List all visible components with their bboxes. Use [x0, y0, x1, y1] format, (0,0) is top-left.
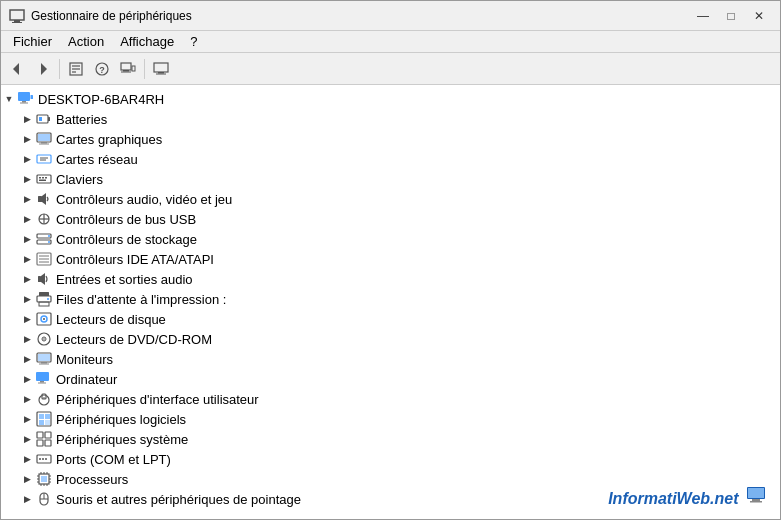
list-item[interactable]: ▶ Contrôleurs IDE ATA/ATAPI	[1, 249, 780, 269]
tree-root-item[interactable]: ▼ DESKTOP-6BAR4RH	[1, 89, 780, 109]
item-label: Cartes graphiques	[56, 132, 162, 147]
svg-rect-28	[39, 144, 49, 145]
list-item[interactable]: ▶ Proces	[1, 469, 780, 489]
help-button[interactable]: ?	[90, 57, 114, 81]
svg-rect-71	[39, 414, 44, 419]
device-tree: ▼ DESKTOP-6BAR4RH ▶	[1, 89, 780, 509]
menu-action[interactable]: Action	[60, 32, 112, 51]
svg-rect-2	[12, 22, 22, 23]
svg-rect-65	[40, 381, 44, 383]
svg-rect-49	[38, 276, 41, 282]
list-item[interactable]: ▶ Lecteurs de DVD/CD-ROM	[1, 329, 780, 349]
svg-rect-74	[45, 420, 50, 425]
expand-arrow: ▶	[19, 451, 35, 467]
item-label: Périphériques système	[56, 432, 188, 447]
properties-button[interactable]	[64, 57, 88, 81]
list-item[interactable]: ▶ Moniteurs	[1, 349, 780, 369]
list-item[interactable]: ▶ Cartes réseau	[1, 149, 780, 169]
svg-point-53	[47, 298, 49, 300]
computer-icon2	[35, 370, 53, 388]
menu-help[interactable]: ?	[182, 32, 205, 51]
svg-rect-37	[38, 196, 42, 202]
disk-icon	[35, 310, 53, 328]
expand-arrow: ▶	[19, 131, 35, 147]
list-item[interactable]: ▶ Périphériques système	[1, 429, 780, 449]
ide-icon	[35, 250, 53, 268]
svg-rect-52	[39, 302, 49, 306]
item-label: Ports (COM et LPT)	[56, 452, 171, 467]
close-button[interactable]: ✕	[746, 6, 772, 26]
usb-icon	[35, 210, 53, 228]
expand-arrow: ▶	[19, 111, 35, 127]
toolbar: ?	[1, 53, 780, 85]
network-icon	[35, 150, 53, 168]
svg-rect-64	[36, 372, 49, 381]
list-item[interactable]: ▶ Entrées et sorties audio	[1, 269, 780, 289]
list-item[interactable]: ▶ Ports (COM et LPT)	[1, 449, 780, 469]
expand-arrow-root: ▼	[1, 91, 17, 107]
list-item[interactable]: ▶ Périphériques logiciels	[1, 409, 780, 429]
svg-rect-19	[22, 101, 26, 103]
list-item[interactable]: ▶ Ordinateur	[1, 369, 780, 389]
svg-rect-32	[37, 175, 51, 183]
menu-affichage[interactable]: Affichage	[112, 32, 182, 51]
maximize-button[interactable]: □	[718, 6, 744, 26]
svg-rect-50	[39, 292, 49, 296]
list-item[interactable]: ▶ Cartes graphiques	[1, 129, 780, 149]
svg-text:?: ?	[99, 65, 105, 75]
item-label: Processeurs	[56, 472, 128, 487]
item-label: Batteries	[56, 112, 107, 127]
item-label: Contrôleurs IDE ATA/ATAPI	[56, 252, 214, 267]
svg-rect-62	[41, 362, 47, 364]
svg-rect-77	[37, 440, 43, 446]
app-icon	[9, 8, 25, 24]
svg-rect-76	[45, 432, 51, 438]
expand-arrow: ▶	[19, 171, 35, 187]
list-item[interactable]: ▶ Contrôleurs audio, vidéo et jeu	[1, 189, 780, 209]
expand-arrow: ▶	[19, 471, 35, 487]
list-item[interactable]: ▶ Lecteurs de disque	[1, 309, 780, 329]
list-item[interactable]: ▶ Claviers	[1, 169, 780, 189]
software-dev-icon	[35, 410, 53, 428]
list-item[interactable]: ▶ Contrôleurs de stockage	[1, 229, 780, 249]
svg-rect-21	[31, 95, 34, 99]
item-label: Contrôleurs de stockage	[56, 232, 197, 247]
item-label: Claviers	[56, 172, 103, 187]
expand-arrow: ▶	[19, 371, 35, 387]
back-button[interactable]	[5, 57, 29, 81]
list-item[interactable]: ▶ Contrôleurs de bus USB	[1, 209, 780, 229]
svg-point-44	[48, 241, 50, 243]
menu-fichier[interactable]: Fichier	[5, 32, 60, 51]
svg-rect-1	[14, 20, 20, 22]
monitor-button[interactable]	[149, 57, 173, 81]
list-item[interactable]: ▶ Périphériques d'interface utilisateur	[1, 389, 780, 409]
device-tree-panel: ▼ DESKTOP-6BAR4RH ▶	[1, 85, 780, 519]
toolbar-separator-2	[144, 59, 145, 79]
svg-marker-3	[13, 63, 19, 75]
minimize-button[interactable]: —	[690, 6, 716, 26]
expand-arrow: ▶	[19, 291, 35, 307]
port-icon	[35, 450, 53, 468]
svg-rect-13	[121, 71, 131, 72]
svg-point-59	[43, 338, 45, 340]
svg-rect-11	[121, 63, 131, 70]
expand-arrow: ▶	[19, 251, 35, 267]
expand-arrow: ▶	[19, 231, 35, 247]
forward-button[interactable]	[31, 57, 55, 81]
svg-rect-66	[38, 383, 46, 384]
show-devices-button[interactable]	[116, 57, 140, 81]
item-label: Périphériques logiciels	[56, 412, 186, 427]
window-controls: — □ ✕	[690, 6, 772, 26]
svg-rect-23	[48, 117, 50, 121]
svg-rect-73	[45, 414, 50, 419]
mouse-icon	[35, 490, 53, 508]
list-item[interactable]: ▶ Souris et autres périphériques de poin…	[1, 489, 780, 509]
list-item[interactable]: ▶ Files d'attente à l'impression :	[1, 289, 780, 309]
list-item[interactable]: ▶ Batteries	[1, 109, 780, 129]
expand-arrow: ▶	[19, 191, 35, 207]
titlebar: Gestionnaire de périphériques — □ ✕	[1, 1, 780, 31]
item-label: Files d'attente à l'impression :	[56, 292, 226, 307]
item-label: Entrées et sorties audio	[56, 272, 193, 287]
svg-rect-15	[154, 63, 168, 72]
svg-rect-0	[10, 10, 24, 20]
